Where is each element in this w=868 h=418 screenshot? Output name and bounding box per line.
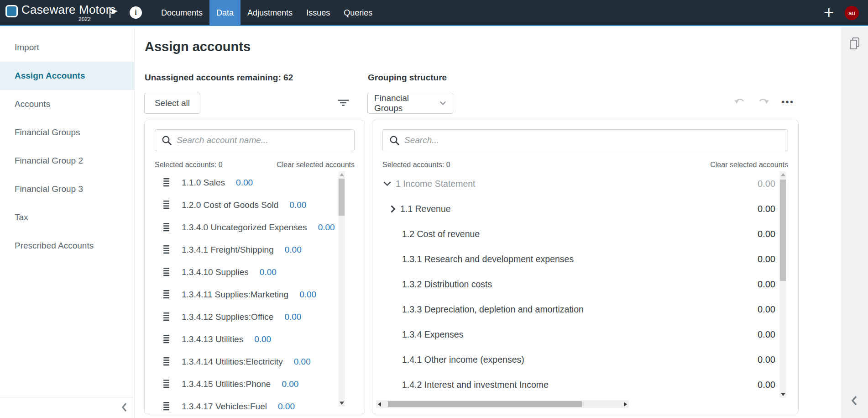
groups-horizontal-scrollbar[interactable] [376, 400, 629, 408]
drag-handle-icon[interactable] [163, 290, 170, 299]
drag-handle-icon[interactable] [163, 178, 170, 187]
account-search-input[interactable] [177, 130, 354, 151]
group-row[interactable]: 1.3.3 Depreciation, depletion and amorti… [372, 297, 798, 322]
account-balance-link[interactable]: 0.00 [318, 222, 335, 233]
account-row[interactable]: 1.3.4.14 Utilities:Electricity 0.00 [145, 350, 365, 373]
selection-meta-row: Selected accounts: 0 Clear selected acco… [382, 161, 788, 169]
drag-handle-icon[interactable] [163, 357, 170, 366]
account-balance-link[interactable]: 0.00 [236, 178, 253, 188]
clear-selected-accounts-link[interactable]: Clear selected accounts [710, 161, 788, 169]
scroll-up-arrow-icon[interactable] [781, 173, 785, 176]
drag-handle-icon[interactable] [163, 402, 170, 411]
drag-handle-icon[interactable] [163, 379, 170, 389]
history-toolbar: ••• [734, 96, 794, 107]
sidebar-item-financial-groups[interactable]: Financial Groups [0, 118, 134, 147]
drag-handle-icon[interactable] [163, 222, 170, 232]
unassigned-accounts-list: 1.1.0 Sales 0.00 1.2.0 Cost of Goods Sol… [145, 171, 365, 411]
more-options-icon[interactable]: ••• [781, 97, 794, 106]
account-row[interactable]: 1.3.4.1 Freight/Shipping 0.00 [145, 238, 365, 261]
documents-copy-icon[interactable] [849, 37, 860, 52]
account-row[interactable]: 1.3.4.15 Utilities:Phone 0.00 [145, 373, 365, 395]
sidebar-item-tax[interactable]: Tax [0, 203, 134, 232]
account-row[interactable]: 1.3.4.0 Uncategorized Expenses 0.00 [145, 216, 365, 238]
sidebar-item-financial-group-3[interactable]: Financial Group 3 [0, 175, 134, 203]
account-balance-link[interactable]: 0.00 [294, 357, 311, 367]
clear-selected-accounts-link[interactable]: Clear selected accounts [277, 161, 355, 169]
selected-accounts-count: Selected accounts: 0 [155, 161, 223, 169]
user-avatar[interactable]: au [845, 6, 859, 20]
group-row[interactable]: 1.4.1 Other income (expenses) 0.00 [372, 347, 798, 372]
app-logo[interactable]: Caseware Motors 2022 [5, 3, 116, 22]
scrollbar-thumb[interactable] [388, 401, 582, 407]
account-balance-link[interactable]: 0.00 [282, 379, 298, 389]
undo-icon[interactable] [734, 96, 746, 107]
assign-accounts-page: Assign accounts Unassigned accounts rema… [135, 27, 841, 418]
nav-tab-documents[interactable]: Documents [154, 0, 209, 26]
drag-handle-icon[interactable] [163, 267, 170, 277]
select-all-button[interactable]: Select all [144, 93, 200, 114]
group-row[interactable]: 1 Income Statement 0.00 [372, 171, 798, 196]
account-row[interactable]: 1.3.4.12 Supplies:Office 0.00 [145, 306, 365, 328]
scrollbar-thumb[interactable] [780, 180, 786, 281]
account-row[interactable]: 1.3.4.17 Vehicles:Fuel 0.00 [145, 395, 365, 411]
nav-tab-adjustments[interactable]: Adjustments [241, 0, 299, 26]
account-balance-link[interactable]: 0.00 [278, 402, 295, 412]
chevron-right-icon[interactable] [391, 205, 396, 213]
group-row[interactable]: 1.1 Revenue 0.00 [372, 196, 798, 222]
group-balance: 0.00 [758, 279, 775, 290]
account-name: 1.3.4.15 Utilities:Phone [182, 379, 271, 389]
group-row[interactable]: 1.3.4 Expenses 0.00 [372, 322, 798, 347]
grouping-structure-label: Grouping structure [368, 73, 447, 83]
scroll-down-arrow-icon[interactable] [781, 393, 785, 396]
group-balance: 0.00 [758, 254, 775, 265]
account-balance-link[interactable]: 0.00 [284, 312, 301, 322]
account-balance-link[interactable]: 0.00 [285, 245, 302, 255]
drag-handle-icon[interactable] [163, 200, 170, 210]
chevron-down-icon[interactable] [383, 181, 391, 186]
collapse-right-panel-icon[interactable] [851, 395, 858, 408]
account-balance-link[interactable]: 0.00 [299, 290, 316, 300]
grouping-structure-select[interactable]: Financial Groups [367, 93, 453, 114]
add-icon[interactable]: + [820, 0, 838, 26]
accounts-list-scrollbar[interactable] [338, 171, 345, 407]
account-row[interactable]: 1.2.0 Cost of Goods Sold 0.00 [145, 194, 365, 216]
account-row[interactable]: 1.1.0 Sales 0.00 [145, 171, 365, 194]
group-row[interactable]: 1.4.2 Interest and investment Income 0.0… [372, 372, 798, 397]
group-name: 1.3.2 Distribution costs [402, 279, 492, 290]
drag-handle-icon[interactable] [163, 245, 170, 254]
redo-icon[interactable] [758, 96, 769, 107]
scroll-right-arrow-icon[interactable] [624, 402, 627, 407]
account-balance-link[interactable]: 0.00 [254, 334, 271, 344]
groups-list-scrollbar[interactable] [779, 171, 786, 398]
collapse-sidebar-icon[interactable] [121, 402, 128, 414]
account-row[interactable]: 1.3.4.11 Supplies:Marketing 0.00 [145, 283, 365, 306]
group-search-input[interactable] [404, 130, 788, 151]
drag-handle-icon[interactable] [163, 334, 170, 344]
nav-tab-data[interactable]: Data [209, 0, 241, 26]
scrollbar-thumb[interactable] [339, 179, 345, 216]
group-balance: 0.00 [758, 380, 775, 390]
sidebar-item-accounts[interactable]: Accounts [0, 90, 134, 118]
group-row[interactable]: 1.3.2 Distribution costs 0.00 [372, 272, 798, 297]
account-row[interactable]: 1.3.4.10 Supplies 0.00 [145, 261, 365, 283]
group-row[interactable]: 1.3.1 Research and development expenses … [372, 247, 798, 272]
account-name: 1.3.4.13 Utilities [182, 334, 243, 344]
group-name: 1.1 Revenue [400, 204, 451, 214]
nav-tab-queries[interactable]: Queries [337, 0, 379, 26]
group-row[interactable]: 1.2 Cost of revenue 0.00 [372, 222, 798, 247]
scroll-left-arrow-icon[interactable] [378, 402, 381, 407]
account-row[interactable]: 1.3.4.13 Utilities 0.00 [145, 328, 365, 350]
nav-tab-issues[interactable]: Issues [299, 0, 337, 26]
sidebar-item-financial-group-2[interactable]: Financial Group 2 [0, 147, 134, 175]
info-icon[interactable]: i [130, 6, 142, 19]
scroll-down-arrow-icon[interactable] [340, 402, 344, 405]
filter-icon[interactable] [337, 99, 350, 108]
sidebar-item-import[interactable]: Import [0, 33, 134, 62]
account-balance-link[interactable]: 0.00 [260, 267, 277, 277]
scroll-up-arrow-icon[interactable] [340, 173, 344, 176]
sidebar-item-assign-accounts[interactable]: Assign Accounts [0, 62, 134, 90]
sidebar-item-prescribed-accounts[interactable]: Prescribed Accounts [0, 232, 134, 260]
account-balance-link[interactable]: 0.00 [289, 200, 306, 210]
flag-icon[interactable] [109, 7, 119, 21]
drag-handle-icon[interactable] [163, 312, 170, 322]
